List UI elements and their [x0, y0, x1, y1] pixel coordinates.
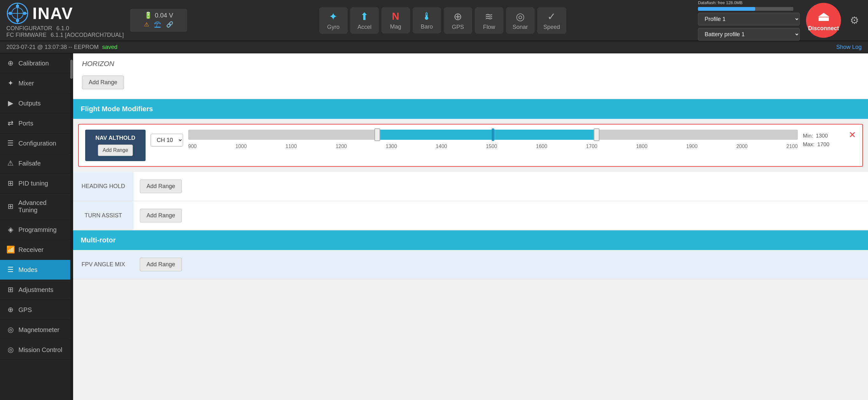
fpv-angle-mix-add-range-button[interactable]: Add Range	[140, 258, 182, 271]
min-value: Min: 1300	[803, 132, 841, 140]
sidebar-item-failsafe[interactable]: ⚠ Failsafe	[0, 154, 73, 173]
parachute-icon: ⛱	[154, 21, 161, 29]
configurator-label: CONFIGURATOR	[6, 25, 52, 31]
dataflash-fill	[698, 7, 755, 11]
tick-1000: 1000	[236, 144, 247, 149]
sidebar-item-configuration[interactable]: ☰ Configuration	[0, 133, 73, 154]
calibration-label: Calibration	[19, 60, 49, 67]
ports-icon: ⇄	[6, 119, 14, 127]
nav-althold-add-range-button[interactable]: Add Range	[98, 144, 133, 156]
min-label: Min:	[803, 133, 813, 139]
gyro-label: Gyro	[327, 24, 339, 31]
firmware-info: CONFIGURATOR 6.1.0 FC FIRMWARE 6.1.1 [AO…	[6, 25, 124, 38]
fc-label: FC FIRMWARE	[6, 32, 46, 38]
outputs-icon: ▶	[6, 99, 14, 107]
max-val: 1700	[817, 141, 830, 147]
dataflash-bar	[698, 7, 793, 11]
turn-assist-add-range-button[interactable]: Add Range	[140, 209, 182, 223]
mission-label: Mission Control	[19, 346, 62, 354]
heading-hold-section: HEADING HOLD Add Range	[73, 172, 868, 201]
sidebar-item-modes[interactable]: ☰ Modes	[0, 260, 73, 280]
receiver-label: Receiver	[19, 246, 43, 254]
range-slider[interactable]: 900 1000 1100 1200 1300 1400 1500 1600 1…	[188, 130, 798, 151]
gear-button[interactable]: ⚙	[847, 12, 862, 29]
baro-label: Baro	[421, 24, 433, 30]
sidebar-item-magnetometer[interactable]: ◎ Magnetometer	[0, 320, 73, 340]
battery-profile-select[interactable]: Battery profile 1	[698, 28, 800, 41]
accel-label: Accel	[358, 24, 372, 31]
svg-point-6	[8, 12, 12, 15]
sensor-accel[interactable]: ⬆ Accel	[350, 7, 379, 34]
turn-assist-section: TURN ASSIST Add Range	[73, 201, 868, 230]
ports-label: Ports	[19, 120, 33, 127]
nav-althold-title: NAV ALTHOLD	[95, 135, 135, 141]
sonar-icon: ◎	[516, 10, 525, 23]
configurator-version: 6.1.0	[56, 25, 69, 31]
max-label: Max:	[803, 141, 815, 147]
dataflash-area: Dataflash: free 128.0MB Profile 1 Batter…	[698, 0, 800, 41]
slider-handle-right[interactable]	[594, 128, 599, 141]
tick-1200: 1200	[336, 144, 347, 149]
tick-1400: 1400	[436, 144, 447, 149]
sensor-baro[interactable]: 🌡 Baro	[412, 7, 441, 33]
sensor-gps[interactable]: ⊕ GPS	[444, 7, 472, 34]
battery-voltage-value: 0.04 V	[155, 12, 173, 19]
topbar: INAV CONFIGURATOR 6.1.0 FC FIRMWARE 6.1.…	[0, 0, 868, 41]
sidebar-item-gps[interactable]: ⊕ GPS	[0, 300, 73, 320]
app-name: INAV	[32, 4, 73, 23]
heading-hold-content: Add Range	[133, 172, 868, 201]
max-value: Max: 1700	[803, 140, 841, 149]
channel-select[interactable]: CH 10	[151, 134, 183, 146]
heading-hold-add-range-button[interactable]: Add Range	[140, 179, 182, 193]
mixer-label: Mixer	[19, 80, 34, 87]
gps-sidebar-icon: ⊕	[6, 306, 14, 314]
horizon-add-range-button[interactable]: Add Range	[82, 76, 124, 89]
disconnect-button[interactable]: ⏏ Disconnect	[806, 3, 841, 38]
flight-mode-header: Flight Mode Modifiers	[73, 99, 868, 119]
slider-handle-left[interactable]	[374, 128, 380, 141]
programming-label: Programming	[19, 226, 57, 234]
failsafe-label: Failsafe	[19, 160, 41, 167]
gps-label: GPS	[452, 24, 464, 31]
slider-fill	[377, 130, 596, 140]
failsafe-icon: ⚠	[6, 159, 14, 167]
mag-label: Mag	[390, 24, 401, 30]
dataflash-text: Dataflash: free 128.0MB	[698, 0, 800, 5]
horizon-label: HORIZON	[82, 60, 859, 72]
sidebar-item-pid-tuning[interactable]: ⊞ PID tuning	[0, 173, 73, 194]
sidebar-item-advanced-tuning[interactable]: ⊞ Advanced Tuning	[0, 194, 73, 220]
battery-display: 🔋 0.04 V ⚠ ⛱ 🔗	[130, 9, 187, 32]
speed-icon: ✓	[547, 10, 556, 23]
calibration-icon: ⊕	[6, 59, 14, 67]
sidebar-item-calibration[interactable]: ⊕ Calibration	[0, 54, 73, 73]
battery-icon: 🔋	[144, 11, 152, 19]
sidebar-item-receiver[interactable]: 📶 Receiver	[0, 240, 73, 260]
disconnect-label: Disconnect	[808, 25, 839, 32]
show-log-button[interactable]: Show Log	[836, 44, 862, 51]
tick-1300: 1300	[385, 144, 397, 149]
turn-assist-label: TURN ASSIST	[73, 201, 133, 230]
configuration-label: Configuration	[19, 140, 56, 147]
sidebar-item-outputs[interactable]: ▶ Outputs	[0, 93, 73, 113]
profile-select[interactable]: Profile 1	[698, 13, 800, 25]
range-close-button[interactable]: ✕	[848, 130, 856, 140]
sidebar-item-adjustments[interactable]: ⊞ Adjustments	[0, 280, 73, 300]
sensor-gyro[interactable]: ✦ Gyro	[319, 7, 348, 34]
modes-label: Modes	[19, 266, 37, 273]
receiver-icon: 📶	[6, 245, 14, 254]
sidebar-item-mixer[interactable]: ✦ Mixer	[0, 73, 73, 93]
battery-voltage: 🔋 0.04 V	[144, 11, 173, 19]
disconnect-icon: ⏏	[817, 9, 830, 24]
sidebar-item-ports[interactable]: ⇄ Ports	[0, 113, 73, 133]
turn-assist-title: TURN ASSIST	[85, 212, 122, 219]
sensor-flow[interactable]: ≋ Flow	[475, 7, 503, 34]
main-layout: ⊕ Calibration ✦ Mixer ▶ Outputs ⇄ Ports …	[0, 54, 868, 400]
range-values: Min: 1300 Max: 1700	[803, 132, 841, 149]
gps-icon: ⊕	[454, 10, 462, 23]
sensor-sonar[interactable]: ◎ Sonar	[506, 7, 535, 34]
sensor-speed[interactable]: ✓ Speed	[537, 7, 566, 34]
sidebar-item-mission-control[interactable]: ◎ Mission Control	[0, 340, 73, 360]
sensor-mag[interactable]: N Mag	[381, 7, 410, 33]
status-text: 2023-07-21 @ 13:07:38 -- EEPROM saved	[6, 44, 117, 51]
sidebar-item-programming[interactable]: ◈ Programming	[0, 220, 73, 240]
